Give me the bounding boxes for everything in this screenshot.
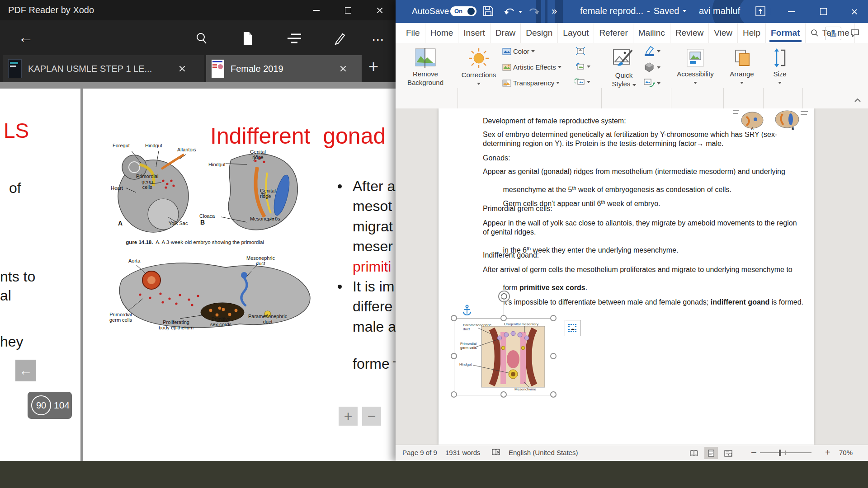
anchor-icon[interactable] <box>462 305 472 318</box>
zoom-slider-track[interactable] <box>760 452 811 453</box>
user-name[interactable]: avi mahluf <box>699 6 740 16</box>
pdf-tab-kaplan[interactable]: KAPLAN USMLE STEP 1 LE... <box>3 55 204 82</box>
current-page-number: 90 <box>36 400 46 411</box>
compress-pictures-button[interactable] <box>576 47 585 57</box>
web-layout-view-icon[interactable] <box>722 448 735 459</box>
zoom-in-button[interactable]: + <box>825 447 830 458</box>
pdf-maximize-button[interactable] <box>335 0 361 20</box>
fig-label-allantois: Allantois <box>177 147 196 152</box>
arrange-button[interactable]: Arrange <box>726 47 758 97</box>
doc-paragraph: It’s impossible to differentiate between… <box>483 289 803 316</box>
resize-handle-w[interactable] <box>451 353 457 359</box>
comments-icon[interactable] <box>847 27 863 39</box>
fig-label-yolk-sac: Yolk Sac <box>169 221 188 226</box>
word-ribbon-tabs: File Home Insert Draw Design Layout Refe… <box>396 23 868 43</box>
picture-effects-button[interactable] <box>643 62 660 73</box>
tab-draw[interactable]: Draw <box>491 23 521 43</box>
word-maximize-button[interactable] <box>810 0 836 23</box>
tab-insert[interactable]: Insert <box>458 23 491 43</box>
fig-letter-b: B <box>200 220 205 225</box>
save-icon[interactable] <box>482 5 494 19</box>
tab-mailings[interactable]: Mailinc <box>633 23 670 43</box>
corrections-button[interactable]: Corrections <box>459 47 498 97</box>
fig-label-foregut: Foregut <box>113 143 130 148</box>
embedded-picture[interactable]: Paramesonephric duct Urogenital mesenter… <box>457 321 551 393</box>
word-minimize-button[interactable] <box>778 0 804 23</box>
tab-view[interactable]: View <box>709 23 738 43</box>
page-view-icon[interactable] <box>241 31 255 47</box>
page-count[interactable]: Page 9 of 9 <box>402 449 437 456</box>
resize-handle-s[interactable] <box>500 391 507 398</box>
color-button[interactable]: Color <box>502 47 535 55</box>
pdf-previous-page-button[interactable]: ← <box>15 360 36 381</box>
resize-handle-ne[interactable] <box>550 315 557 321</box>
word-count[interactable]: 1931 words <box>445 449 481 456</box>
doc-mini-figure[interactable]: A B <box>732 108 809 132</box>
tab-design[interactable]: Design <box>521 23 558 43</box>
pdf-zoom-in-button[interactable]: + <box>339 407 358 426</box>
size-button[interactable]: Size <box>765 47 794 97</box>
tab-review[interactable]: Review <box>670 23 709 43</box>
word-page[interactable]: Development of female reproductive syste… <box>439 108 814 445</box>
zoom-slider-thumb[interactable] <box>779 450 781 456</box>
zoom-out-button[interactable]: − <box>751 447 757 459</box>
transparency-button[interactable]: Transparency <box>502 79 560 87</box>
resize-handle-nw[interactable] <box>451 315 457 321</box>
tab-home[interactable]: Home <box>425 23 459 43</box>
tab-references[interactable]: Referer <box>594 23 633 43</box>
remove-background-button[interactable]: RemoveBackground <box>407 47 444 97</box>
proofing-errors-icon[interactable] <box>491 449 500 458</box>
outline-icon[interactable] <box>287 33 302 47</box>
pdf-tab-close-icon[interactable] <box>178 65 186 73</box>
read-mode-view-icon[interactable] <box>687 448 701 459</box>
more-options-icon[interactable]: ⋯ <box>372 32 384 47</box>
change-picture-button[interactable] <box>575 62 590 71</box>
word-close-button[interactable] <box>841 0 868 23</box>
quick-styles-button[interactable]: QuickStyles <box>607 47 641 97</box>
slide-bullet-text: primiti <box>353 258 391 275</box>
tab-format[interactable]: Format <box>766 23 805 43</box>
pdf-tab-close-icon[interactable] <box>339 65 347 73</box>
pdf-tab-female2019[interactable]: Female 2019 <box>206 55 362 82</box>
pdf-close-button[interactable] <box>367 0 393 20</box>
resize-handle-n[interactable] <box>500 315 507 321</box>
resize-handle-se[interactable] <box>550 391 557 398</box>
tab-help[interactable]: Help <box>738 23 766 43</box>
accessibility-button[interactable]: Accessibility <box>675 47 716 97</box>
zoom-percent[interactable]: 70% <box>839 449 853 456</box>
pdf-new-tab-button[interactable]: + <box>368 57 378 76</box>
collapse-ribbon-icon[interactable] <box>854 96 861 104</box>
image-rotation-handle[interactable] <box>498 290 510 305</box>
ribbon-display-options-icon[interactable] <box>755 6 766 19</box>
redo-icon[interactable] <box>528 5 540 19</box>
undo-icon[interactable] <box>503 5 516 19</box>
chevron-down-icon <box>683 10 686 12</box>
back-arrow-icon[interactable]: ← <box>18 28 33 46</box>
toggle-knob <box>467 8 475 15</box>
search-icon[interactable] <box>194 31 209 47</box>
artistic-effects-button[interactable]: Artistic Effects <box>502 63 561 71</box>
annotate-pen-icon[interactable] <box>333 31 347 47</box>
search-icon <box>811 29 819 37</box>
resize-handle-sw[interactable] <box>451 391 457 398</box>
autosave-toggle[interactable]: On <box>450 6 476 16</box>
layout-options-button[interactable] <box>565 320 581 336</box>
tab-layout[interactable]: Layout <box>558 23 594 43</box>
tab-file[interactable]: File <box>401 23 425 43</box>
document-title[interactable]: female reprod... - Saved <box>580 6 686 16</box>
more-commands-icon[interactable]: » <box>552 5 557 17</box>
print-layout-view-icon[interactable] <box>704 447 718 459</box>
language-status[interactable]: English (United States) <box>509 449 578 456</box>
picture-layout-button[interactable] <box>643 78 660 88</box>
pdf-page-indicator[interactable]: 90 104 <box>28 392 72 419</box>
doc-paragraph: Development of female reproductive syste… <box>483 117 626 126</box>
pdf-zoom-out-button[interactable]: − <box>362 407 381 426</box>
undo-dropdown-caret[interactable] <box>519 11 522 13</box>
doc-title-text: female reprod... <box>580 6 643 16</box>
resize-handle-e[interactable] <box>550 353 557 359</box>
share-icon[interactable] <box>825 27 841 40</box>
doc-paragraph: of genital ridges. <box>483 228 536 237</box>
picture-border-button[interactable] <box>643 46 660 56</box>
reset-picture-button[interactable] <box>575 77 590 86</box>
pdf-minimize-button[interactable] <box>303 0 330 20</box>
